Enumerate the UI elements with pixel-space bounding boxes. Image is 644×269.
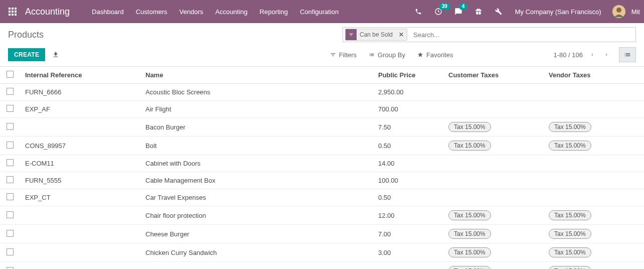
cell-vendor-taxes[interactable]: Tax 15.00% bbox=[544, 262, 644, 270]
cell-name[interactable]: Cheese Burger bbox=[140, 225, 373, 243]
row-checkbox[interactable] bbox=[0, 206, 20, 225]
cell-vendor-taxes[interactable]: Tax 15.00% bbox=[544, 206, 644, 225]
table-row[interactable]: FURN_6666Acoustic Bloc Screens2,950.00 bbox=[0, 84, 644, 101]
header-name[interactable]: Name bbox=[140, 67, 373, 84]
cell-customer-taxes[interactable] bbox=[443, 155, 544, 172]
menu-item-accounting[interactable]: Accounting bbox=[209, 0, 253, 23]
header-checkbox[interactable] bbox=[0, 67, 20, 84]
apps-menu-icon[interactable] bbox=[4, 8, 21, 16]
cell-customer-taxes[interactable] bbox=[443, 84, 544, 101]
table-row[interactable]: Cheese Burger7.00Tax 15.00%Tax 15.00% bbox=[0, 225, 644, 243]
cell-internal-reference[interactable] bbox=[20, 243, 140, 262]
cell-public-price[interactable]: 7.50 bbox=[373, 118, 443, 137]
cell-vendor-taxes[interactable]: Tax 15.00% bbox=[544, 118, 644, 137]
pager-next-icon[interactable] bbox=[602, 49, 611, 60]
filters-button[interactable]: Filters bbox=[330, 51, 357, 59]
pager-range[interactable]: 1-80 / 106 bbox=[553, 51, 583, 59]
cell-vendor-taxes[interactable] bbox=[544, 84, 644, 101]
search-input[interactable] bbox=[409, 31, 635, 39]
cell-vendor-taxes[interactable] bbox=[544, 155, 644, 172]
cell-internal-reference[interactable] bbox=[20, 262, 140, 270]
cell-vendor-taxes[interactable] bbox=[544, 172, 644, 189]
menu-item-configuration[interactable]: Configuration bbox=[294, 0, 345, 23]
header-public-price[interactable]: Public Price bbox=[373, 67, 443, 84]
menu-item-reporting[interactable]: Reporting bbox=[254, 0, 294, 23]
cell-internal-reference[interactable]: E-COM11 bbox=[20, 155, 140, 172]
cell-internal-reference[interactable] bbox=[20, 206, 140, 225]
row-checkbox[interactable] bbox=[0, 225, 20, 243]
row-checkbox[interactable] bbox=[0, 189, 20, 206]
activities-icon[interactable]: 39 bbox=[430, 0, 447, 23]
table-row[interactable]: Chicken Curry Sandwich3.00Tax 15.00%Tax … bbox=[0, 243, 644, 262]
app-brand[interactable]: Accounting bbox=[25, 7, 70, 17]
table-row[interactable]: Club Sandwich3.40Tax 15.00%Tax 15.00% bbox=[0, 262, 644, 270]
table-row[interactable]: Bacon Burger7.50Tax 15.00%Tax 15.00% bbox=[0, 118, 644, 137]
cell-internal-reference[interactable]: FURN_6666 bbox=[20, 84, 140, 101]
table-row[interactable]: E-COM11Cabinet with Doors14.00 bbox=[0, 155, 644, 172]
cell-customer-taxes[interactable]: Tax 15.00% bbox=[443, 262, 544, 270]
cell-name[interactable]: Chicken Curry Sandwich bbox=[140, 243, 373, 262]
cell-name[interactable]: Acoustic Bloc Screens bbox=[140, 84, 373, 101]
menu-item-customers[interactable]: Customers bbox=[130, 0, 174, 23]
cell-public-price[interactable]: 100.00 bbox=[373, 172, 443, 189]
cell-internal-reference[interactable]: FURN_5555 bbox=[20, 172, 140, 189]
search-bar[interactable]: Can be Sold ✕ bbox=[343, 27, 636, 42]
table-row[interactable]: EXP_CTCar Travel Expenses0.50 bbox=[0, 189, 644, 206]
cell-customer-taxes[interactable]: Tax 15.00% bbox=[443, 225, 544, 243]
cell-vendor-taxes[interactable] bbox=[544, 189, 644, 206]
cell-name[interactable]: Club Sandwich bbox=[140, 262, 373, 270]
group-by-button[interactable]: Group By bbox=[369, 51, 405, 59]
table-row[interactable]: FURN_5555Cable Management Box100.00 bbox=[0, 172, 644, 189]
header-vendor-taxes[interactable]: Vendor Taxes bbox=[544, 67, 644, 84]
header-customer-taxes[interactable]: Customer Taxes bbox=[443, 67, 544, 84]
cell-vendor-taxes[interactable]: Tax 15.00% bbox=[544, 137, 644, 155]
cell-public-price[interactable]: 14.00 bbox=[373, 155, 443, 172]
row-checkbox[interactable] bbox=[0, 84, 20, 101]
cell-public-price[interactable]: 0.50 bbox=[373, 137, 443, 155]
row-checkbox[interactable] bbox=[0, 101, 20, 118]
cell-customer-taxes[interactable] bbox=[443, 101, 544, 118]
cell-name[interactable]: Chair floor protection bbox=[140, 206, 373, 225]
cell-public-price[interactable]: 700.00 bbox=[373, 101, 443, 118]
cell-public-price[interactable]: 3.00 bbox=[373, 243, 443, 262]
cell-customer-taxes[interactable] bbox=[443, 172, 544, 189]
cell-public-price[interactable]: 0.50 bbox=[373, 189, 443, 206]
cell-customer-taxes[interactable]: Tax 15.00% bbox=[443, 206, 544, 225]
table-row[interactable]: CONS_89957Bolt0.50Tax 15.00%Tax 15.00% bbox=[0, 137, 644, 155]
phone-icon[interactable] bbox=[410, 0, 427, 23]
cell-internal-reference[interactable]: CONS_89957 bbox=[20, 137, 140, 155]
menu-item-vendors[interactable]: Vendors bbox=[174, 0, 210, 23]
table-row[interactable]: EXP_AFAir Flight700.00 bbox=[0, 101, 644, 118]
cell-name[interactable]: Bacon Burger bbox=[140, 118, 373, 137]
cell-name[interactable]: Cabinet with Doors bbox=[140, 155, 373, 172]
create-button[interactable]: CREATE bbox=[8, 48, 45, 61]
table-row[interactable]: Chair floor protection12.00Tax 15.00%Tax… bbox=[0, 206, 644, 225]
user-avatar[interactable] bbox=[612, 5, 625, 18]
cell-customer-taxes[interactable] bbox=[443, 189, 544, 206]
cell-internal-reference[interactable] bbox=[20, 225, 140, 243]
row-checkbox[interactable] bbox=[0, 155, 20, 172]
cell-public-price[interactable]: 12.00 bbox=[373, 206, 443, 225]
export-icon[interactable] bbox=[52, 51, 59, 58]
cell-public-price[interactable]: 2,950.00 bbox=[373, 84, 443, 101]
row-checkbox[interactable] bbox=[0, 172, 20, 189]
row-checkbox[interactable] bbox=[0, 262, 20, 270]
company-selector[interactable]: My Company (San Francisco) bbox=[510, 8, 606, 16]
menu-item-dashboard[interactable]: Dashboard bbox=[86, 0, 130, 23]
facet-remove-icon[interactable]: ✕ bbox=[396, 31, 407, 38]
cell-internal-reference[interactable]: EXP_AF bbox=[20, 101, 140, 118]
cell-public-price[interactable]: 7.00 bbox=[373, 225, 443, 243]
gift-icon[interactable] bbox=[470, 0, 487, 23]
debug-icon[interactable] bbox=[490, 0, 507, 23]
cell-vendor-taxes[interactable] bbox=[544, 101, 644, 118]
cell-vendor-taxes[interactable]: Tax 15.00% bbox=[544, 243, 644, 262]
cell-name[interactable]: Car Travel Expenses bbox=[140, 189, 373, 206]
cell-name[interactable]: Bolt bbox=[140, 137, 373, 155]
row-checkbox[interactable] bbox=[0, 118, 20, 137]
cell-customer-taxes[interactable]: Tax 15.00% bbox=[443, 243, 544, 262]
favorites-button[interactable]: Favorites bbox=[417, 51, 453, 59]
cell-customer-taxes[interactable]: Tax 15.00% bbox=[443, 118, 544, 137]
user-name[interactable]: Mit bbox=[631, 8, 640, 16]
row-checkbox[interactable] bbox=[0, 243, 20, 262]
cell-customer-taxes[interactable]: Tax 15.00% bbox=[443, 137, 544, 155]
